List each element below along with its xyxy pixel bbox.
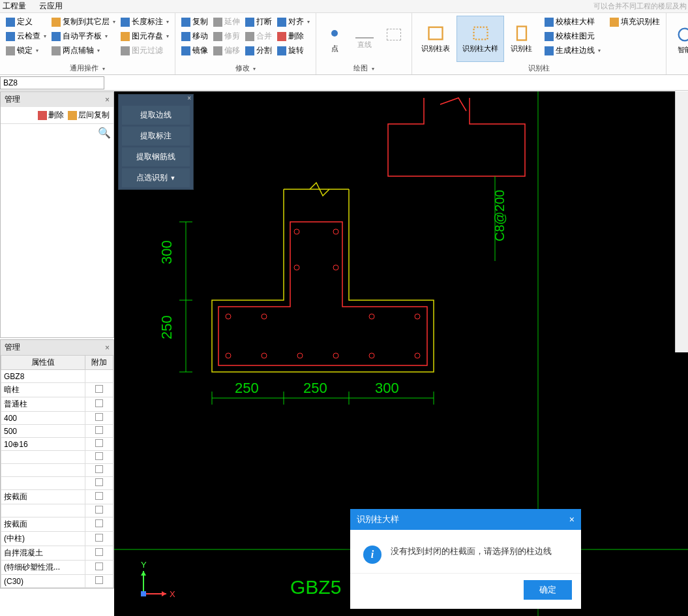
table-row[interactable]: 10⊕16 (1, 438, 113, 451)
ribbon-move[interactable]: 移动 (179, 30, 210, 42)
ribbon-group-recognize: 识别柱表 识别柱大样 识别柱 校核柱大样 校核柱图元 生成柱边线▾ 填充识别柱 … (412, 13, 666, 74)
property-checkbox[interactable] (85, 532, 113, 546)
ribbon-group-title-recognize: 识别柱 (416, 62, 662, 73)
property-value[interactable]: 普通柱 (1, 397, 85, 412)
ribbon-copy[interactable]: 复制 (179, 16, 210, 28)
property-checkbox[interactable] (85, 517, 113, 532)
float-extract-rebar[interactable]: 提取钢筋线 (122, 147, 190, 166)
element-combo[interactable] (0, 76, 104, 89)
table-row[interactable]: 500 (1, 425, 113, 438)
property-checkbox[interactable] (85, 546, 113, 561)
property-checkbox[interactable] (85, 397, 113, 412)
ribbon-split[interactable]: 分割 (243, 44, 274, 57)
drawing-canvas[interactable]: C8@200 300 250 250 250 300 GBZ (114, 91, 688, 616)
float-extract-edge[interactable]: 提取边线 (122, 106, 190, 125)
ribbon-fill-recognize[interactable]: 填充识别柱 (608, 16, 662, 28)
menu-item-cloud[interactable]: 云应用 (39, 1, 63, 12)
table-row[interactable]: 普通柱 (1, 397, 113, 412)
property-value[interactable] (1, 504, 85, 517)
ribbon-two-point-axis[interactable]: 两点辅轴▾ (50, 44, 117, 57)
ribbon-point[interactable]: 点 (320, 16, 349, 62)
property-checkbox[interactable] (85, 370, 113, 383)
ribbon-copy-to-floor[interactable]: 复制到其它层▾ (50, 16, 117, 28)
property-checkbox[interactable] (85, 383, 113, 397)
property-checkbox[interactable] (85, 464, 113, 477)
property-value[interactable]: 按截面 (1, 517, 85, 532)
search-icon[interactable]: 🔍 (98, 127, 111, 138)
svg-point-20 (369, 353, 374, 358)
ribbon-length-dim[interactable]: 长度标注▾ (119, 16, 171, 28)
close-icon[interactable]: × (105, 343, 110, 352)
ribbon-define[interactable]: 定义 (4, 16, 48, 28)
property-value[interactable] (1, 451, 85, 464)
property-value[interactable]: 400 (1, 412, 85, 425)
property-value[interactable]: 暗柱 (1, 383, 85, 397)
ribbon-cloud-check[interactable]: 云检查▾ (4, 30, 48, 42)
ribbon-check-detail[interactable]: 校核柱大样 (543, 16, 603, 28)
ribbon-recognize-detail[interactable]: 识别柱大样 (456, 16, 504, 62)
table-row[interactable]: 400 (1, 412, 113, 425)
menu-item-engineering[interactable]: 工程量 (3, 1, 26, 12)
property-value[interactable]: (特细砂塑性混... (1, 561, 85, 575)
property-value[interactable]: GBZ8 (1, 370, 85, 383)
table-row[interactable]: (特细砂塑性混... (1, 561, 113, 575)
property-checkbox[interactable] (85, 504, 113, 517)
toolbar-delete[interactable]: 删除 (38, 110, 64, 121)
float-extract-dim[interactable]: 提取标注 (122, 127, 190, 146)
close-icon[interactable]: × (569, 514, 575, 525)
table-row[interactable]: (中柱) (1, 532, 113, 546)
table-row[interactable] (1, 464, 113, 477)
ribbon-smart[interactable]: 智能 (670, 16, 688, 64)
ribbon-mirror[interactable]: 镜像 (179, 44, 210, 57)
ribbon-auto-level[interactable]: 自动平齐板▾ (50, 30, 117, 42)
property-value[interactable]: 10⊕16 (1, 438, 85, 451)
ribbon-save-element[interactable]: 图元存盘▾ (119, 30, 171, 42)
hint-text: 可以合并不同工程的楼层及构 (593, 1, 687, 11)
table-row[interactable]: GBZ8 (1, 370, 113, 383)
ribbon-delete[interactable]: 删除 (275, 30, 312, 42)
ribbon-rotate[interactable]: 旋转 (275, 44, 312, 57)
table-row[interactable]: 暗柱 (1, 383, 113, 397)
ribbon-check-element[interactable]: 校核柱图元 (543, 30, 603, 42)
ribbon-break[interactable]: 打断 (243, 16, 274, 28)
ribbon-recognize-column[interactable]: 识别柱 (505, 16, 537, 62)
ok-button[interactable]: 确定 (524, 580, 572, 600)
close-icon[interactable]: × (187, 95, 191, 104)
property-value[interactable]: (C30) (1, 575, 85, 588)
right-toolbar[interactable] (675, 91, 688, 352)
table-row[interactable] (1, 451, 113, 464)
ribbon-group-title-draw: 绘图 ▾ (320, 62, 408, 73)
ribbon-gen-edge[interactable]: 生成柱边线▾ (543, 44, 603, 57)
svg-point-21 (415, 353, 420, 358)
float-click-recognize[interactable]: 点选识别▼ (122, 168, 190, 187)
property-checkbox[interactable] (85, 451, 113, 464)
table-row[interactable] (1, 504, 113, 517)
property-checkbox[interactable] (85, 575, 113, 588)
property-checkbox[interactable] (85, 425, 113, 438)
property-checkbox[interactable] (85, 412, 113, 425)
table-row[interactable] (1, 477, 113, 490)
property-checkbox[interactable] (85, 438, 113, 451)
table-row[interactable]: (C30) (1, 575, 113, 588)
property-checkbox[interactable] (85, 490, 113, 504)
ribbon-align[interactable]: 对齐▾ (275, 16, 312, 28)
property-value[interactable] (1, 477, 85, 490)
ribbon-recognize-table[interactable]: 识别柱表 (416, 16, 455, 62)
toolbar-floor-copy[interactable]: 层间复制 (68, 110, 110, 121)
ribbon-offset: 偏移 (211, 44, 242, 57)
property-value[interactable]: (中柱) (1, 532, 85, 546)
property-value[interactable]: 自拌混凝土 (1, 546, 85, 561)
close-icon[interactable]: × (105, 95, 110, 104)
svg-point-12 (226, 314, 231, 319)
table-row[interactable]: 自拌混凝土 (1, 546, 113, 561)
property-value[interactable]: 500 (1, 425, 85, 438)
element-selector-row (0, 75, 688, 91)
property-checkbox[interactable] (85, 477, 113, 490)
property-value[interactable]: 按截面 (1, 490, 85, 504)
table-row[interactable]: 按截面 (1, 490, 113, 504)
property-value[interactable] (1, 464, 85, 477)
table-row[interactable]: 按截面 (1, 517, 113, 532)
ribbon-group-smart: 智能 (666, 13, 688, 74)
ribbon-lock[interactable]: 锁定▾ (4, 44, 48, 57)
property-checkbox[interactable] (85, 561, 113, 575)
